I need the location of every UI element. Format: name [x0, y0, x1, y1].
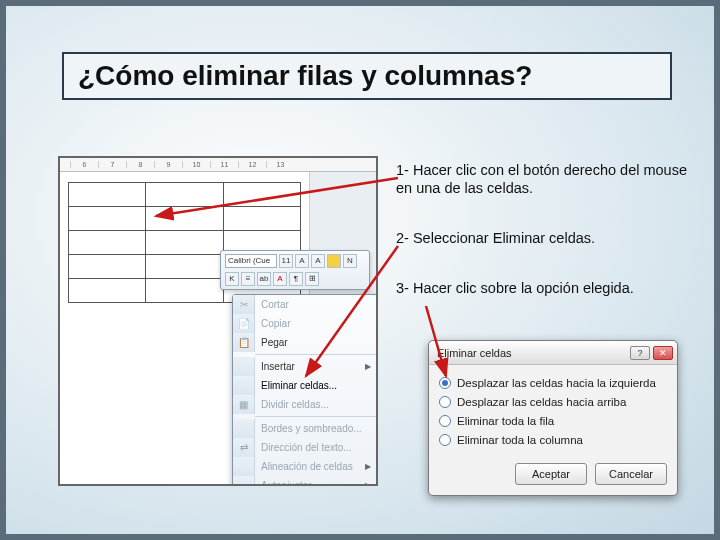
option-label: Desplazar las celdas hacia la izquierda: [457, 377, 656, 389]
blank-icon: [233, 419, 255, 438]
radio-icon[interactable]: [439, 415, 451, 427]
help-button[interactable]: ?: [630, 346, 650, 360]
chevron-right-icon: ▶: [365, 481, 371, 486]
text-direction-icon: ⇄: [233, 438, 255, 457]
separator: [255, 354, 377, 355]
font-color-icon[interactable]: A: [273, 272, 287, 286]
ruler-tick: 10: [182, 161, 210, 168]
page-title: ¿Cómo eliminar filas y columnas?: [78, 60, 656, 92]
radio-icon[interactable]: [439, 377, 451, 389]
mini-toolbar[interactable]: Calibri (Cue 11 A A N K ≡ ab A ¶ ⊞: [220, 250, 370, 290]
ctx-insert[interactable]: Insertar▶: [233, 357, 377, 376]
ruler-tick: 9: [154, 161, 182, 168]
radio-icon[interactable]: [439, 434, 451, 446]
dialog-body: Desplazar las celdas hacia la izquierda …: [429, 365, 677, 457]
page-area: Calibri (Cue 11 A A N K ≡ ab A ¶ ⊞ ✂Cort…: [60, 172, 376, 486]
ruler-tick: 13: [266, 161, 294, 168]
separator: [255, 416, 377, 417]
step-3: 3- Hacer clic sobre la opción elegida.: [396, 279, 696, 297]
italic-button[interactable]: K: [225, 272, 239, 286]
ok-button[interactable]: Aceptar: [515, 463, 587, 485]
mini-btn[interactable]: 11: [279, 254, 293, 268]
ctx-copy[interactable]: 📄Copiar: [233, 314, 377, 333]
mini-btn[interactable]: ¶: [289, 272, 303, 286]
radio-icon[interactable]: [439, 396, 451, 408]
option-label: Eliminar toda la columna: [457, 434, 583, 446]
ruler-tick: 12: [238, 161, 266, 168]
mini-btn[interactable]: A: [311, 254, 325, 268]
ruler-tick: 8: [126, 161, 154, 168]
highlight-icon[interactable]: [327, 254, 341, 268]
dialog-titlebar[interactable]: Eliminar celdas ? ✕: [429, 341, 677, 365]
cancel-button[interactable]: Cancelar: [595, 463, 667, 485]
option-label: Desplazar las celdas hacia arriba: [457, 396, 626, 408]
copy-icon: 📄: [233, 314, 255, 333]
bold-button[interactable]: N: [343, 254, 357, 268]
option-shift-up[interactable]: Desplazar las celdas hacia arriba: [439, 392, 667, 411]
ctx-align[interactable]: Alineación de celdas▶: [233, 457, 377, 476]
mini-btn[interactable]: ≡: [241, 272, 255, 286]
option-delete-row[interactable]: Eliminar toda la fila: [439, 411, 667, 430]
ctx-cut[interactable]: ✂Cortar: [233, 295, 377, 314]
option-shift-left[interactable]: Desplazar las celdas hacia la izquierda: [439, 373, 667, 392]
step-1: 1- Hacer clic con el botón derecho del m…: [396, 161, 696, 197]
word-window: 6 7 8 9 10 11 12 13 Calibri (Cue 11 A A …: [58, 156, 378, 486]
option-label: Eliminar toda la fila: [457, 415, 554, 427]
blank-icon: [233, 376, 255, 395]
ctx-delete-cells[interactable]: Eliminar celdas...: [233, 376, 377, 395]
chevron-right-icon: ▶: [365, 362, 371, 371]
blank-icon: [233, 357, 255, 376]
ruler-tick: 11: [210, 161, 238, 168]
ruler: 6 7 8 9 10 11 12 13: [60, 158, 376, 172]
ctx-split-cells[interactable]: ▦Dividir celdas...: [233, 395, 377, 414]
title-box: ¿Cómo eliminar filas y columnas?: [62, 52, 672, 100]
dialog-footer: Aceptar Cancelar: [429, 457, 677, 495]
ctx-autofit[interactable]: Autoajustar▶: [233, 476, 377, 486]
font-selector[interactable]: Calibri (Cue: [225, 254, 277, 268]
blank-icon: [233, 457, 255, 476]
mini-btn[interactable]: ab: [257, 272, 271, 286]
ctx-text-dir[interactable]: ⇄Dirección del texto...: [233, 438, 377, 457]
step-2: 2- Seleccionar Eliminar celdas.: [396, 229, 696, 247]
context-menu[interactable]: ✂Cortar 📄Copiar 📋Pegar Insertar▶ Elimina…: [232, 294, 378, 486]
ruler-tick: 7: [98, 161, 126, 168]
chevron-right-icon: ▶: [365, 462, 371, 471]
mini-btn[interactable]: A: [295, 254, 309, 268]
ctx-paste[interactable]: 📋Pegar: [233, 333, 377, 352]
paste-icon: 📋: [233, 333, 255, 352]
steps-panel: 1- Hacer clic con el botón derecho del m…: [396, 161, 696, 330]
close-button[interactable]: ✕: [653, 346, 673, 360]
ctx-borders[interactable]: Bordes y sombreado...: [233, 419, 377, 438]
option-delete-col[interactable]: Eliminar toda la columna: [439, 430, 667, 449]
mini-btn[interactable]: ⊞: [305, 272, 319, 286]
split-icon: ▦: [233, 395, 255, 414]
scissors-icon: ✂: [233, 295, 255, 314]
delete-cells-dialog[interactable]: Eliminar celdas ? ✕ Desplazar las celdas…: [428, 340, 678, 496]
ruler-tick: 6: [70, 161, 98, 168]
dialog-title: Eliminar celdas: [437, 347, 627, 359]
blank-icon: [233, 476, 255, 486]
